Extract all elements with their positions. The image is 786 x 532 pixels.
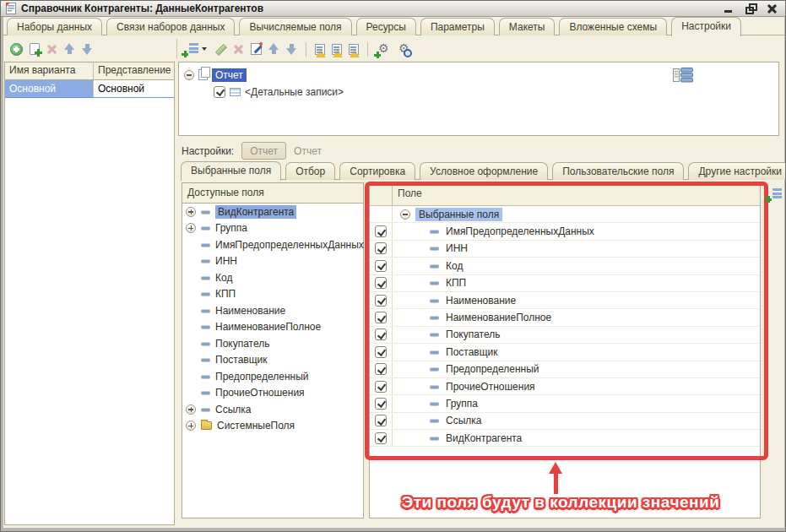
available-field-row[interactable]: Ссылка — [182, 401, 363, 418]
report-button[interactable]: Отчет — [241, 142, 286, 160]
tab-sorting[interactable]: Сортировка — [339, 162, 415, 180]
add-item-button[interactable] — [184, 43, 198, 55]
move-down-button[interactable] — [82, 43, 93, 55]
tab-resources[interactable]: Ресурсы — [356, 18, 416, 35]
field-label[interactable]: Ссылка — [215, 404, 251, 415]
tree-child-row[interactable]: <Детальные записи> — [214, 84, 344, 99]
tree-root-label[interactable]: Отчет — [212, 68, 247, 82]
variant-row[interactable]: Основной Основной — [5, 80, 174, 98]
field-label[interactable]: СистемныеПоля — [217, 420, 295, 432]
move-item-up-button[interactable] — [268, 43, 279, 55]
tab-data-sets[interactable]: Наборы данных — [7, 18, 102, 35]
available-field-row[interactable]: КПП — [182, 286, 363, 303]
checkbox-checked-icon[interactable] — [375, 381, 387, 393]
restore-icon[interactable] — [745, 3, 756, 14]
selected-field-row[interactable]: Наименование — [370, 292, 760, 309]
field-label[interactable]: ИНН — [215, 255, 237, 267]
available-field-row[interactable]: Наименование — [182, 302, 363, 319]
field-label[interactable]: ИмяПредопределенныхДанных — [215, 239, 364, 251]
available-field-row[interactable]: Код — [182, 269, 363, 286]
field-label[interactable]: Покупатель — [446, 328, 500, 340]
checkbox-checked-icon[interactable] — [375, 328, 387, 340]
expand-icon[interactable] — [186, 404, 196, 415]
checkbox-checked-icon[interactable] — [375, 277, 387, 289]
selected-field-row[interactable]: ПрочиеОтношения — [370, 378, 760, 395]
checkbox-checked-icon[interactable] — [375, 398, 387, 410]
available-field-row[interactable]: НаименованиеПолное — [182, 319, 363, 336]
available-field-row[interactable]: ИмяПредопределенныхДанных — [182, 236, 363, 253]
close-icon[interactable] — [767, 3, 778, 14]
selected-field-row[interactable]: КПП — [370, 275, 760, 292]
field-label[interactable]: Наименование — [215, 305, 285, 317]
available-field-row[interactable]: ВидКонтрагента — [182, 204, 363, 220]
selected-field-row[interactable]: ВидКонтрагента — [370, 430, 760, 447]
add-variant-button[interactable] — [10, 43, 23, 56]
field-label[interactable]: КПП — [446, 277, 466, 289]
selected-fields-group-row[interactable]: Выбранные поля — [370, 206, 760, 223]
field-label[interactable]: Предопределенный — [215, 371, 309, 383]
tab-templates[interactable]: Макеты — [499, 18, 556, 35]
available-field-row[interactable]: Покупатель — [182, 335, 363, 352]
expand-icon[interactable] — [186, 421, 196, 431]
field-label[interactable]: Ссылка — [446, 415, 481, 426]
available-field-row[interactable]: Предопределенный — [182, 368, 363, 385]
tab-conditional-appearance[interactable]: Условное оформление — [420, 162, 548, 180]
available-field-row[interactable]: Группа — [182, 220, 363, 237]
checkbox-checked-icon[interactable] — [375, 242, 387, 254]
tab-settings[interactable]: Настройки — [671, 17, 741, 36]
view-settings-button[interactable] — [397, 42, 410, 56]
tab-filter[interactable]: Отбор — [285, 162, 335, 180]
checkbox-checked-icon[interactable] — [375, 295, 387, 307]
save-settings-button[interactable] — [349, 44, 359, 55]
field-label[interactable]: ИмяПредопределенныхДанных — [446, 225, 594, 237]
selected-field-row[interactable]: ИНН — [370, 241, 760, 258]
collapse-icon[interactable] — [184, 70, 194, 80]
tab-selected-fields[interactable]: Выбранные поля — [181, 161, 281, 181]
default-settings-button[interactable] — [377, 42, 390, 56]
checkbox-checked-icon[interactable] — [375, 415, 387, 426]
tab-nested-schemas[interactable]: Вложенные схемы — [559, 18, 667, 35]
copy-variant-button[interactable] — [30, 43, 40, 55]
column-header-name[interactable]: Имя варианта — [5, 62, 94, 79]
field-label[interactable]: ВидКонтрагента — [215, 205, 296, 219]
available-field-row[interactable]: Поставщик — [182, 352, 363, 369]
move-item-down-button[interactable] — [286, 43, 297, 55]
field-label[interactable]: Покупатель — [215, 338, 269, 350]
field-label[interactable]: Наименование — [446, 295, 516, 307]
tab-calculated-fields[interactable]: Вычисляемые поля — [239, 18, 351, 35]
add-dropdown-icon[interactable] — [202, 47, 207, 51]
field-label[interactable]: Поставщик — [215, 354, 268, 366]
expand-icon[interactable] — [186, 207, 196, 217]
selected-field-row[interactable]: Группа — [370, 395, 760, 412]
available-field-row[interactable]: ИНН — [182, 253, 363, 270]
field-label[interactable]: Код — [215, 272, 232, 284]
expand-icon[interactable] — [186, 223, 196, 233]
load-settings-button[interactable] — [332, 44, 342, 55]
edit-button[interactable] — [214, 43, 226, 55]
tree-root-row[interactable]: Отчет — [184, 68, 247, 82]
tab-user-fields[interactable]: Пользовательские поля — [552, 162, 684, 180]
field-label[interactable]: Группа — [215, 222, 247, 234]
checkbox-checked-icon[interactable] — [375, 312, 387, 323]
field-label[interactable]: Предопределенный — [446, 363, 539, 375]
settings-wizard-button[interactable] — [251, 43, 262, 55]
checkbox-checked-icon[interactable] — [375, 363, 387, 375]
selected-field-row[interactable]: НаименованиеПолное — [370, 309, 760, 326]
move-up-button[interactable] — [64, 43, 75, 55]
available-field-row[interactable]: СистемныеПоля — [182, 418, 363, 435]
field-label[interactable]: ИНН — [446, 242, 468, 254]
field-label[interactable]: ПрочиеОтношения — [446, 381, 535, 393]
group-label[interactable]: Выбранные поля — [415, 208, 502, 221]
column-header-presentation[interactable]: Представление — [94, 62, 174, 79]
tree-child-label[interactable]: <Детальные записи> — [245, 86, 344, 98]
tab-parameters[interactable]: Параметры — [420, 18, 495, 35]
checkbox-checked-icon[interactable] — [375, 432, 387, 444]
field-label[interactable]: КПП — [215, 288, 236, 300]
selected-field-row[interactable]: ИмяПредопределенныхДанных — [370, 223, 760, 240]
delete-variant-button[interactable] — [46, 44, 57, 55]
collapse-icon[interactable] — [400, 209, 410, 220]
selected-field-row[interactable]: Ссылка — [370, 413, 760, 430]
selected-field-row[interactable]: Поставщик — [370, 344, 760, 361]
titlebar[interactable]: Справочник Контрагенты: ДанныеКонтрагент… — [1, 1, 785, 17]
minimize-icon[interactable] — [723, 3, 734, 14]
